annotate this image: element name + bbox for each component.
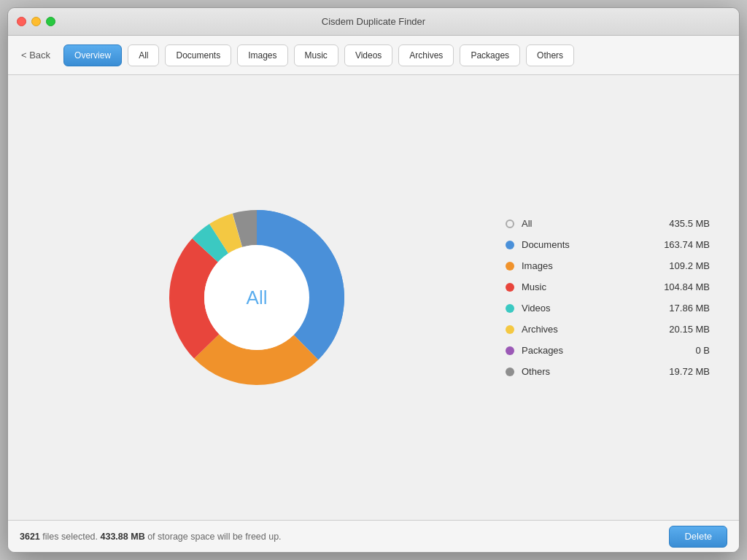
traffic-lights: [17, 17, 55, 26]
legend-dot-all: [506, 219, 514, 228]
legend-dot-images: [506, 262, 514, 271]
legend-label-images: Images: [522, 260, 651, 271]
legend-dot-videos: [506, 304, 514, 313]
legend-item-archives[interactable]: Archives 20.15 MB: [506, 319, 710, 340]
legend-dot-others: [506, 368, 514, 376]
legend-dot-archives: [506, 325, 514, 334]
legend-label-others: Others: [522, 366, 651, 377]
legend-item-images[interactable]: Images 109.2 MB: [506, 255, 710, 276]
legend-item-documents[interactable]: Documents 163.74 MB: [506, 234, 710, 255]
legend-item-others[interactable]: Others 19.72 MB: [506, 361, 710, 382]
app-window: Cisdem Duplicate Finder < Back Overview …: [7, 7, 740, 553]
status-text: 3621 files selected. 433.88 MB of storag…: [20, 532, 282, 542]
status-text-suffix: of storage space will be freed up.: [147, 532, 281, 542]
legend-dot-music: [506, 283, 514, 292]
legend-dot-documents: [506, 241, 514, 249]
tab-archives[interactable]: Archives: [398, 44, 454, 66]
legend-label-packages: Packages: [522, 345, 651, 356]
legend-section: All 435.5 MB Documents 163.74 MB Images …: [506, 213, 710, 382]
svg-point-0: [204, 245, 309, 350]
legend-label-music: Music: [522, 281, 651, 292]
legend-item-packages[interactable]: Packages 0 B: [506, 340, 710, 361]
tab-documents[interactable]: Documents: [165, 44, 231, 66]
tab-packages[interactable]: Packages: [460, 44, 520, 66]
legend-item-music[interactable]: Music 104.84 MB: [506, 276, 710, 298]
storage-size: 433.88 MB: [101, 532, 145, 542]
legend-value-documents: 163.74 MB: [651, 239, 710, 250]
tab-others[interactable]: Others: [526, 44, 574, 66]
legend-label-videos: Videos: [522, 303, 651, 314]
legend-value-music: 104.84 MB: [651, 281, 710, 292]
legend-value-videos: 17.86 MB: [651, 303, 710, 314]
tab-music[interactable]: Music: [294, 44, 338, 66]
legend-item-all[interactable]: All 435.5 MB: [506, 213, 710, 234]
statusbar: 3621 files selected. 433.88 MB of storag…: [8, 520, 739, 552]
back-button[interactable]: < Back: [17, 50, 55, 61]
window-title: Cisdem Duplicate Finder: [322, 16, 425, 27]
tab-all[interactable]: All: [128, 44, 159, 66]
legend-value-packages: 0 B: [651, 345, 710, 356]
legend-value-archives: 20.15 MB: [651, 324, 710, 335]
donut-chart: All: [140, 181, 374, 414]
chart-section: All: [37, 181, 476, 414]
legend-label-documents: Documents: [522, 239, 651, 250]
legend-value-others: 19.72 MB: [651, 366, 710, 377]
legend-value-images: 109.2 MB: [651, 260, 710, 271]
status-text-prefix: files selected.: [42, 532, 100, 542]
main-content: All All 435.5 MB Documents 163.74 MB Ima…: [8, 75, 739, 520]
titlebar: Cisdem Duplicate Finder: [8, 8, 739, 36]
donut-chart-svg: [140, 181, 374, 414]
close-button[interactable]: [17, 17, 26, 26]
delete-button[interactable]: Delete: [669, 526, 727, 548]
legend-item-videos[interactable]: Videos 17.86 MB: [506, 298, 710, 319]
files-count: 3621: [20, 532, 40, 542]
tab-videos[interactable]: Videos: [344, 44, 392, 66]
tab-overview[interactable]: Overview: [63, 44, 122, 66]
legend-dot-packages: [506, 346, 514, 355]
legend-label-archives: Archives: [522, 324, 651, 335]
toolbar: < Back Overview All Documents Images Mus…: [8, 36, 739, 75]
minimize-button[interactable]: [31, 17, 41, 26]
legend-label-all: All: [522, 218, 651, 229]
legend-value-all: 435.5 MB: [651, 218, 710, 229]
maximize-button[interactable]: [46, 17, 55, 26]
tab-images[interactable]: Images: [237, 44, 287, 66]
